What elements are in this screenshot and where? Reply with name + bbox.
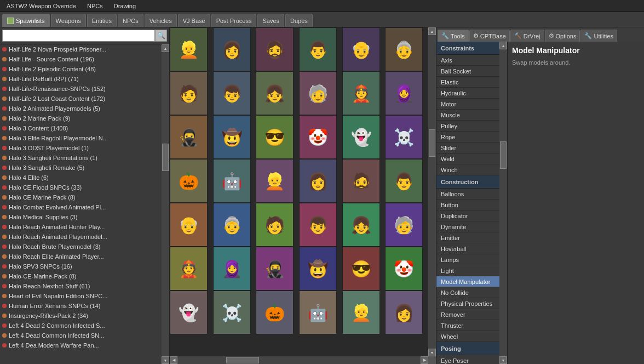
tool-ballsocket[interactable]: Ball Socket [436, 66, 499, 77]
npc-cell-r5-c5[interactable]: 🤡 [385, 247, 423, 291]
npc-item-haloreach-hunter[interactable]: Halo Reach Animated Hunter Play... [0, 222, 162, 232]
npc-item-haloreach-brute[interactable]: Halo Reach Brute Playermodel (3) [0, 242, 162, 252]
npc-item-halo3-perm[interactable]: Halo 3 Sangheli Permutations (1) [0, 153, 162, 163]
tool-axis[interactable]: Axis [436, 55, 499, 66]
tool-scroll-track[interactable] [499, 49, 507, 356]
tool-muscle[interactable]: Muscle [436, 110, 499, 121]
menu-npcs[interactable]: NPCs [85, 2, 105, 10]
tool-hydraulic[interactable]: Hydraulic [436, 88, 499, 99]
npc-item-l4d-common[interactable]: Left 4 Dead Common Infected SN... [0, 331, 162, 340]
npc-cell-r4-c0[interactable]: 👴 [170, 203, 208, 247]
npc-cell-r3-c1[interactable]: 🤖 [213, 159, 251, 203]
npc-item-l4d2-common[interactable]: Left 4 Dead 2 Common Infected S... [0, 321, 162, 331]
npc-cell-r4-c4[interactable]: 👧 [342, 203, 380, 247]
npc-item-halo2-anim[interactable]: Halo 2 Animated Playermodels (5) [0, 104, 162, 113]
npc-cell-r0-c3[interactable]: 👨 [299, 27, 337, 71]
npc-cell-r1-c1[interactable]: 👦 [213, 71, 251, 115]
tab-vehicles[interactable]: Vehicles [145, 14, 177, 27]
npc-cell-r2-c3[interactable]: 🤡 [299, 115, 337, 159]
npc-cell-r1-c3[interactable]: 🧓 [299, 71, 337, 115]
npc-cell-r0-c4[interactable]: 👴 [342, 27, 380, 71]
tool-scroll-up[interactable]: ▲ [499, 42, 507, 49]
npc-cell-r6-c2[interactable]: 🎃 [256, 291, 294, 334]
npc-cell-r6-c0[interactable]: 👻 [170, 291, 208, 334]
tool-scroll-thumb[interactable] [500, 141, 507, 169]
center-scroll-up[interactable]: ▲ [428, 27, 436, 35]
tool-elastic[interactable]: Elastic [436, 77, 499, 88]
npc-scroll-down[interactable]: ▼ [162, 356, 169, 364]
npc-item-humanerror[interactable]: Human Error Xenians SNPCs (14) [0, 301, 162, 311]
npc-cell-r4-c2[interactable]: 🧑 [256, 203, 294, 247]
npc-cell-r1-c0[interactable]: 🧑 [170, 71, 208, 115]
tab-vjbase[interactable]: VJ Base [178, 14, 210, 27]
npc-cell-r0-c2[interactable]: 🧔 [256, 27, 294, 71]
npc-cell-r3-c0[interactable]: 🎃 [170, 159, 208, 203]
npc-item-haloce-marine[interactable]: Halo CE Marine Pack (8) [0, 192, 162, 202]
tab-saves[interactable]: Saves [257, 14, 284, 27]
npc-item-hl-rebuilt[interactable]: Half-Life ReBuilt (RP) (71) [0, 74, 162, 84]
npc-item-halo3-remake[interactable]: Halo 3 Sangheli Remake (5) [0, 163, 162, 173]
tab-entities[interactable]: Entities [87, 14, 117, 27]
npc-cell-r5-c4[interactable]: 😎 [342, 247, 380, 291]
tab-dupes[interactable]: Dupes [285, 14, 313, 27]
npc-cell-r2-c4[interactable]: 👻 [342, 115, 380, 159]
tool-list-vscrollbar[interactable]: ▲ ▼ [499, 42, 507, 364]
tool-dynamite[interactable]: Dynamite [436, 221, 499, 232]
npc-item-halo3-elite[interactable]: Halo 3 Elite Ragdoll Playermodel N... [0, 133, 162, 143]
npc-cell-r4-c5[interactable]: 🧓 [385, 203, 423, 247]
tab-weapons[interactable]: Weapons [51, 14, 86, 27]
npc-cell-r2-c2[interactable]: 😎 [256, 115, 294, 159]
npc-cell-r3-c3[interactable]: 👩 [299, 159, 337, 203]
center-vscrollbar[interactable]: ▲ ▼ [428, 27, 436, 356]
npc-cell-r0-c0[interactable]: 👱 [170, 27, 208, 71]
center-hscrollbar[interactable]: ◀ ▶ [170, 356, 428, 364]
npc-cell-r3-c2[interactable]: 👱 [256, 159, 294, 203]
tool-emitter[interactable]: Emitter [436, 232, 499, 243]
tool-button[interactable]: Button [436, 200, 499, 211]
npc-item-halo4-elite[interactable]: Halo 4 Elite (6) [0, 173, 162, 183]
tool-balloons[interactable]: Balloons [436, 189, 499, 200]
tab-spawnlists[interactable]: Spawnlists [2, 14, 50, 27]
center-scroll-right[interactable]: ▶ [421, 356, 428, 364]
npc-item-l4d-mw[interactable]: Left 4 Dea Modern Warfare Pan... [0, 340, 162, 350]
tab-postprocess[interactable]: Post Process [211, 14, 257, 27]
tool-slider[interactable]: Slider [436, 143, 499, 153]
tools-tab-tools[interactable]: 🔧 Tools [438, 30, 469, 42]
tool-thruster[interactable]: Thruster [436, 320, 499, 331]
tool-winch[interactable]: Winch [436, 164, 499, 175]
npc-item-halo-medical[interactable]: Halo Medical Supplies (3) [0, 212, 162, 222]
tool-light[interactable]: Light [436, 265, 499, 276]
npc-cell-r1-c5[interactable]: 🧕 [385, 71, 423, 115]
tool-rope[interactable]: Rope [436, 132, 499, 143]
menu-astw2[interactable]: ASTW2 Weapon Override [4, 2, 78, 10]
npc-cell-r0-c5[interactable]: 👵 [385, 27, 423, 71]
tool-wheel[interactable]: Wheel [436, 331, 499, 342]
tool-model-manipulator[interactable]: Model Manipulator [436, 276, 499, 287]
npc-cell-r3-c4[interactable]: 🧔 [342, 159, 380, 203]
npc-item-haloce-marine2[interactable]: Halo-CE-Marine-Pack (8) [0, 271, 162, 281]
tools-tab-drvrej[interactable]: 🔨 DrVrej [510, 30, 544, 42]
npc-cell-r0-c1[interactable]: 👩 [213, 27, 251, 71]
npc-scroll-thumb[interactable] [162, 144, 169, 171]
tool-motor[interactable]: Motor [436, 99, 499, 110]
npc-item-haloreach-player[interactable]: Halo Reach Animated Playermodel... [0, 232, 162, 242]
tool-hoverball[interactable]: Hoverball [436, 243, 499, 254]
search-button[interactable]: 🔍 [155, 30, 167, 42]
npc-cell-r2-c0[interactable]: 🥷 [170, 115, 208, 159]
npc-cell-r1-c2[interactable]: 👧 [256, 71, 294, 115]
tools-tab-utilities[interactable]: 🔧 Utilities [580, 30, 617, 42]
npc-item-haloreach-elite[interactable]: Halo Reach Elite Animated Player... [0, 252, 162, 261]
npc-item-halo2-marine[interactable]: Halo 2 Marine Pack (9) [0, 113, 162, 123]
tool-weld[interactable]: Weld [436, 153, 499, 164]
npc-cell-r5-c3[interactable]: 🤠 [299, 247, 337, 291]
tools-tab-cptbase[interactable]: ⚙ CPTBase [469, 30, 510, 42]
npc-cell-r4-c1[interactable]: 👵 [213, 203, 251, 247]
tab-npcs[interactable]: NPCs [118, 14, 143, 27]
npc-item-haloce-anim[interactable]: Halo Combat Evolved Animated Pl... [0, 202, 162, 212]
npc-item-hl2-lostcoast[interactable]: Half-Life 2 Lost Coast Content (172) [0, 94, 162, 104]
tool-remover[interactable]: Remover [436, 309, 499, 320]
center-scroll-left[interactable]: ◀ [170, 356, 177, 364]
npc-item-hl-source[interactable]: Half-Life - Source Content (196) [0, 54, 162, 64]
npc-item-halo-spv3[interactable]: Halo SPV3 SNPCs (16) [0, 261, 162, 271]
npc-scroll-track[interactable] [162, 52, 169, 356]
